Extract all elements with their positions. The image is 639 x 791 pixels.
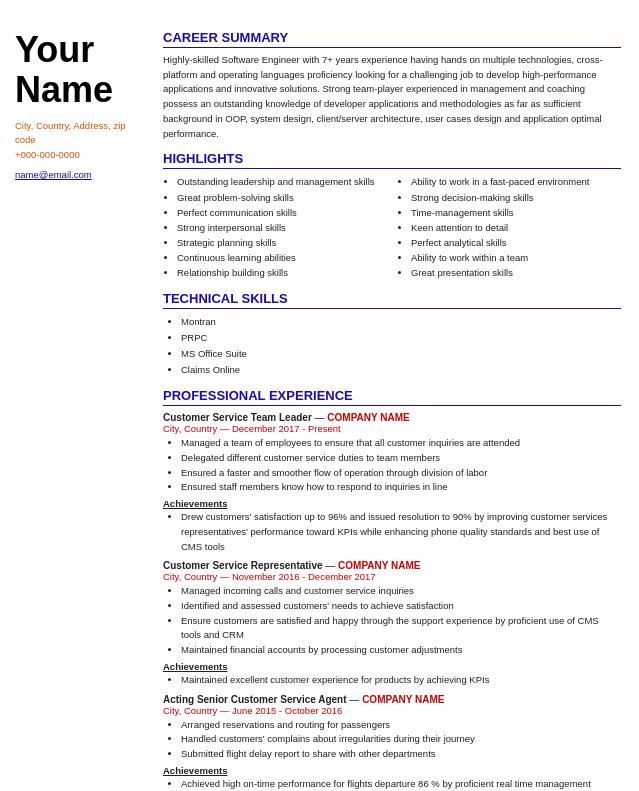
job-bullet: Managed a team of employees to ensure th… [181, 436, 621, 451]
highlight-item: Keen attention to detail [411, 220, 621, 235]
technical-skills-list: MontranPRPCMS Office SuiteClaims Online [163, 314, 621, 379]
job-bullet: Ensure customers are satisfied and happy… [181, 614, 621, 643]
career-summary-title: CAREER SUMMARY [163, 30, 621, 48]
address: City, Country, Address, zip code +000-00… [15, 119, 140, 162]
highlight-item: Perfect communication skills [177, 205, 387, 220]
company-name: COMPANY NAME [338, 560, 420, 571]
job-bullet: Ensured a faster and smoother flow of op… [181, 466, 621, 481]
achievements-bullets: Maintained excellent customer experience… [163, 673, 621, 688]
jobs-container: Customer Service Team Leader — COMPANY N… [163, 412, 621, 791]
achievements-label: Achievements [163, 661, 621, 672]
highlight-item: Strategic planning skills [177, 235, 387, 250]
company-name: COMPANY NAME [327, 412, 409, 423]
highlights-col1: Outstanding leadership and management sk… [163, 174, 387, 280]
job-bullets: Arranged reservations and routing for pa… [163, 718, 621, 762]
highlight-item: Perfect analytical skills [411, 235, 621, 250]
tech-skill-item: Montran [181, 314, 621, 330]
job-location: City, Country — November 2016 - December… [163, 571, 621, 582]
job-title: Acting Senior Customer Service Agent — C… [163, 694, 621, 705]
achievement-item: Achieved high on-time performance for fl… [181, 777, 621, 791]
job-bullet: Delegated different customer service dut… [181, 451, 621, 466]
highlight-item: Strong decision-making skills [411, 190, 621, 205]
job-location: City, Country — December 2017 - Present [163, 423, 621, 434]
candidate-name: Your Name [15, 30, 140, 109]
highlight-item: Continuous learning abilities [177, 250, 387, 265]
job-bullets: Managed incoming calls and customer serv… [163, 584, 621, 658]
achievement-item: Drew customers' satisfaction up to 96% a… [181, 510, 621, 554]
job-title: Customer Service Team Leader — COMPANY N… [163, 412, 621, 423]
technical-skills-title: TECHNICAL SKILLS [163, 291, 621, 309]
achievements-bullets: Achieved high on-time performance for fl… [163, 777, 621, 791]
tech-skill-item: PRPC [181, 330, 621, 346]
main-content: CAREER SUMMARY Highly-skilled Software E… [155, 20, 639, 791]
achievements-label: Achievements [163, 498, 621, 509]
highlights-col2: Ability to work in a fast-paced environm… [397, 174, 621, 280]
highlight-item: Great presentation skills [411, 265, 621, 280]
achievements-label: Achievements [163, 765, 621, 776]
highlight-item: Ability to work in a fast-paced environm… [411, 174, 621, 189]
career-summary-text: Highly-skilled Software Engineer with 7+… [163, 53, 621, 141]
job-entry: Customer Service Representative — COMPAN… [163, 560, 621, 687]
tech-skill-item: MS Office Suite [181, 346, 621, 362]
professional-experience-title: PROFESSIONAL EXPERIENCE [163, 388, 621, 406]
job-bullet: Maintained financial accounts by process… [181, 643, 621, 658]
job-bullet: Submitted flight delay report to share w… [181, 747, 621, 762]
company-name: COMPANY NAME [362, 694, 444, 705]
highlight-item: Great problem-solving skills [177, 190, 387, 205]
job-bullet: Ensured staff members know how to respon… [181, 480, 621, 495]
job-location: City, Country — June 2015 - October 2016 [163, 705, 621, 716]
job-bullets: Managed a team of employees to ensure th… [163, 436, 621, 495]
job-bullet: Arranged reservations and routing for pa… [181, 718, 621, 733]
highlights-title: HIGHLIGHTS [163, 151, 621, 169]
tech-skill-item: Claims Online [181, 362, 621, 378]
job-entry: Acting Senior Customer Service Agent — C… [163, 694, 621, 791]
job-title: Customer Service Representative — COMPAN… [163, 560, 621, 571]
job-bullet: Identified and assessed customers' needs… [181, 599, 621, 614]
highlight-item: Relationship building skills [177, 265, 387, 280]
achievement-item: Maintained excellent customer experience… [181, 673, 621, 688]
highlight-item: Strong interpersonal skills [177, 220, 387, 235]
job-entry: Customer Service Team Leader — COMPANY N… [163, 412, 621, 554]
job-bullet: Handled customers' complains about irreg… [181, 732, 621, 747]
highlight-item: Outstanding leadership and management sk… [177, 174, 387, 189]
email: name@email.com [15, 168, 140, 182]
highlight-item: Ability to work within a team [411, 250, 621, 265]
highlights-grid: Outstanding leadership and management sk… [163, 174, 621, 280]
job-bullet: Managed incoming calls and customer serv… [181, 584, 621, 599]
sidebar: Your Name City, Country, Address, zip co… [0, 20, 155, 791]
achievements-bullets: Drew customers' satisfaction up to 96% a… [163, 510, 621, 554]
highlight-item: Time-management skills [411, 205, 621, 220]
